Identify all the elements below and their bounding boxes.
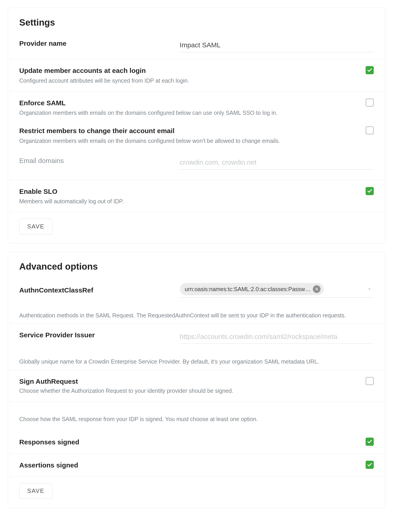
settings-save-button[interactable]: SAVE (19, 219, 52, 234)
caret-down-icon (367, 287, 372, 292)
enable-slo-desc: Members will automatically log out of ID… (19, 197, 361, 205)
provider-name-label: Provider name (19, 39, 175, 48)
enable-slo-checkbox[interactable] (366, 187, 374, 195)
email-domains-input[interactable] (180, 156, 374, 169)
authn-select[interactable]: urn:oasis:names:tc:SAML:2.0:ac:classes:P… (180, 283, 374, 298)
sp-issuer-helper-text: Globally unique name for a Crowdin Enter… (19, 358, 374, 366)
sp-issuer-input[interactable] (180, 330, 374, 344)
response-intro-row: Choose how the SAML response from your I… (8, 401, 385, 431)
settings-title: Settings (8, 8, 385, 37)
enforce-saml-desc: Organization members with emails on the … (19, 109, 361, 117)
enable-slo-row: Enable SLO Members will automatically lo… (8, 180, 385, 212)
restrict-email-row: Restrict members to change their account… (8, 124, 385, 152)
authn-chip: urn:oasis:names:tc:SAML:2.0:ac:classes:P… (180, 283, 324, 295)
assertions-signed-checkbox[interactable] (366, 461, 374, 469)
authn-chip-text: urn:oasis:names:tc:SAML:2.0:ac:classes:P… (185, 286, 311, 292)
enforce-saml-checkbox[interactable] (366, 98, 374, 107)
sign-authreq-row: Sign AuthRequest Choose whether the Auth… (8, 370, 385, 402)
responses-signed-checkbox[interactable] (366, 438, 374, 446)
advanced-save-row: SAVE (8, 477, 385, 508)
responses-signed-label: Responses signed (19, 438, 361, 447)
check-icon (367, 462, 372, 468)
check-icon (367, 68, 372, 73)
enforce-saml-row: Enforce SAML Organization members with e… (8, 92, 385, 124)
sign-authreq-desc: Choose whether the Authorization Request… (19, 387, 361, 395)
settings-card: Settings Provider name Update member acc… (8, 8, 385, 244)
provider-name-row: Provider name (8, 37, 385, 59)
response-intro-text: Choose how the SAML response from your I… (19, 415, 374, 423)
advanced-card: Advanced options AuthnContextClassRef ur… (8, 252, 385, 508)
responses-signed-row: Responses signed (8, 431, 385, 454)
email-domains-label: Email domains (19, 156, 175, 165)
authn-helper-text: Authentication methods in the SAML Reque… (19, 311, 374, 319)
close-icon (315, 287, 319, 291)
authn-chip-remove[interactable] (313, 285, 320, 293)
assertions-signed-row: Assertions signed (8, 454, 385, 477)
update-members-checkbox[interactable] (366, 66, 374, 74)
restrict-email-checkbox[interactable] (366, 126, 374, 135)
sign-authreq-label: Sign AuthRequest (19, 377, 361, 386)
email-domains-row: Email domains (8, 152, 385, 180)
enforce-saml-label: Enforce SAML (19, 98, 361, 108)
authn-helper-row: Authentication methods in the SAML Reque… (8, 305, 385, 324)
check-icon (367, 439, 372, 444)
restrict-email-desc: Organization members with emails on the … (19, 137, 361, 145)
sign-authreq-checkbox[interactable] (366, 377, 374, 385)
sp-issuer-row: Service Provider Issuer (8, 324, 385, 351)
settings-save-row: SAVE (8, 212, 385, 243)
check-icon (367, 188, 372, 194)
provider-name-input[interactable] (180, 39, 374, 52)
restrict-email-label: Restrict members to change their account… (19, 126, 361, 135)
sp-issuer-helper-row: Globally unique name for a Crowdin Enter… (8, 351, 385, 370)
update-members-desc: Configured account attributes will be sy… (19, 77, 361, 85)
authn-label: AuthnContextClassRef (19, 286, 175, 295)
advanced-save-button[interactable]: SAVE (19, 483, 52, 499)
advanced-title: Advanced options (8, 252, 385, 281)
update-members-row: Update member accounts at each login Con… (8, 59, 385, 92)
authn-dropdown-caret[interactable] (367, 287, 372, 292)
authn-row: AuthnContextClassRef urn:oasis:names:tc:… (8, 281, 385, 305)
assertions-signed-label: Assertions signed (19, 461, 361, 470)
enable-slo-label: Enable SLO (19, 187, 361, 196)
sp-issuer-label: Service Provider Issuer (19, 330, 175, 340)
update-members-label: Update member accounts at each login (19, 66, 361, 75)
